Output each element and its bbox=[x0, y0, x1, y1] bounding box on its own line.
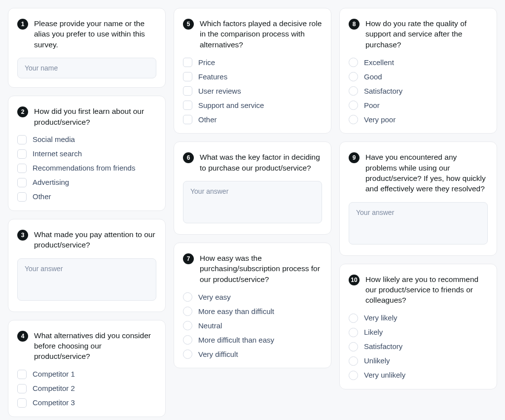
column-3: 8How do you rate the quality of support … bbox=[339, 8, 497, 417]
radio-option[interactable]: Very poor bbox=[349, 115, 488, 124]
radio-control[interactable] bbox=[183, 321, 192, 330]
options-list: Very easyMore easy than difficultNeutral… bbox=[183, 292, 322, 359]
option-label: Internet search bbox=[33, 149, 82, 158]
question-title: How likely are you to recommend our prod… bbox=[365, 274, 488, 306]
question-number-badge: 5 bbox=[183, 19, 194, 30]
radio-control[interactable] bbox=[183, 307, 192, 316]
option-label: Satisfactory bbox=[364, 342, 402, 351]
option-label: Competitor 2 bbox=[33, 384, 75, 393]
option-label: Unlikely bbox=[364, 356, 390, 365]
checkbox-control[interactable] bbox=[183, 115, 192, 124]
radio-control[interactable] bbox=[183, 350, 192, 359]
radio-option[interactable]: Very likely bbox=[349, 314, 488, 323]
radio-option[interactable]: Neutral bbox=[183, 321, 322, 330]
radio-control[interactable] bbox=[349, 86, 358, 96]
checkbox-control[interactable] bbox=[17, 192, 27, 202]
options-list: PriceFeaturesUser reviewsSupport and ser… bbox=[183, 58, 322, 124]
radio-option[interactable]: Poor bbox=[349, 101, 488, 110]
radio-option[interactable]: Unlikely bbox=[349, 356, 488, 366]
question-number-badge: 2 bbox=[17, 106, 28, 117]
checkbox-option[interactable]: Competitor 1 bbox=[17, 370, 156, 379]
question-header: 7How easy was the purchasing/subscriptio… bbox=[183, 253, 322, 284]
question-number-badge: 10 bbox=[349, 275, 360, 285]
option-label: Poor bbox=[364, 101, 380, 110]
question-number-badge: 9 bbox=[349, 152, 360, 163]
radio-control[interactable] bbox=[349, 342, 358, 351]
checkbox-option[interactable]: Competitor 2 bbox=[17, 384, 156, 393]
checkbox-control[interactable] bbox=[183, 86, 192, 96]
checkbox-option[interactable]: Features bbox=[183, 72, 322, 81]
checkbox-control[interactable] bbox=[183, 72, 192, 81]
question-number-badge: 4 bbox=[17, 331, 28, 342]
textarea-input[interactable] bbox=[349, 202, 488, 245]
question-title: How do you rate the quality of support a… bbox=[365, 18, 488, 50]
option-label: Excellent bbox=[364, 58, 394, 67]
radio-control[interactable] bbox=[183, 335, 192, 345]
checkbox-control[interactable] bbox=[17, 370, 27, 379]
checkbox-option[interactable]: Support and service bbox=[183, 101, 322, 110]
checkbox-control[interactable] bbox=[183, 101, 192, 110]
question-title: What made you pay attention to our produ… bbox=[34, 229, 156, 250]
question-header: 10How likely are you to recommend our pr… bbox=[349, 274, 488, 306]
options-list: Social mediaInternet searchRecommendatio… bbox=[17, 135, 156, 202]
radio-control[interactable] bbox=[349, 72, 358, 81]
checkbox-option[interactable]: Recommendations from friends bbox=[17, 164, 156, 173]
radio-option[interactable]: Satisfactory bbox=[349, 86, 488, 96]
question-number-badge: 3 bbox=[17, 230, 28, 241]
checkbox-option[interactable]: Price bbox=[183, 58, 322, 67]
textarea-input[interactable] bbox=[17, 258, 156, 301]
option-label: Other bbox=[198, 115, 217, 124]
checkbox-option[interactable]: Other bbox=[17, 192, 156, 202]
radio-control[interactable] bbox=[349, 58, 358, 67]
checkbox-option[interactable]: Social media bbox=[17, 135, 156, 144]
radio-control[interactable] bbox=[349, 371, 358, 380]
checkbox-option[interactable]: User reviews bbox=[183, 86, 322, 96]
radio-control[interactable] bbox=[349, 314, 358, 323]
question-header: 9Have you encountered any problems while… bbox=[349, 152, 488, 194]
question-card-3: 3What made you pay attention to our prod… bbox=[8, 219, 166, 312]
checkbox-control[interactable] bbox=[17, 384, 27, 393]
question-title: What alternatives did you consider befor… bbox=[34, 330, 156, 362]
radio-option[interactable]: Likely bbox=[349, 328, 488, 337]
radio-option[interactable]: Satisfactory bbox=[349, 342, 488, 351]
option-label: More difficult than easy bbox=[198, 336, 274, 345]
checkbox-option[interactable]: Other bbox=[183, 115, 322, 124]
checkbox-control[interactable] bbox=[17, 164, 27, 173]
question-header: 3What made you pay attention to our prod… bbox=[17, 229, 156, 250]
question-title: How did you first learn about our produc… bbox=[34, 106, 156, 127]
question-card-5: 5Which factors played a decisive role in… bbox=[174, 8, 331, 134]
option-label: Very likely bbox=[364, 314, 397, 322]
radio-option[interactable]: Very easy bbox=[183, 292, 322, 302]
radio-option[interactable]: Excellent bbox=[349, 58, 488, 67]
question-header: 1Please provide your name or the alias y… bbox=[17, 18, 156, 50]
question-card-4: 4What alternatives did you consider befo… bbox=[8, 320, 166, 417]
checkbox-control[interactable] bbox=[17, 135, 27, 144]
checkbox-control[interactable] bbox=[17, 398, 27, 408]
column-1: 1Please provide your name or the alias y… bbox=[8, 8, 166, 417]
checkbox-control[interactable] bbox=[17, 178, 27, 187]
checkbox-control[interactable] bbox=[17, 149, 27, 159]
question-card-8: 8How do you rate the quality of support … bbox=[339, 8, 497, 134]
option-label: Good bbox=[364, 72, 382, 81]
radio-control[interactable] bbox=[349, 328, 358, 337]
radio-control[interactable] bbox=[349, 115, 358, 124]
radio-option[interactable]: Very unlikely bbox=[349, 371, 488, 380]
text-input[interactable] bbox=[17, 58, 156, 78]
checkbox-option[interactable]: Internet search bbox=[17, 149, 156, 159]
radio-control[interactable] bbox=[183, 292, 192, 302]
option-label: Advertising bbox=[33, 178, 69, 187]
textarea-input[interactable] bbox=[183, 181, 322, 223]
question-number-badge: 7 bbox=[183, 253, 194, 264]
radio-option[interactable]: Very difficult bbox=[183, 350, 322, 359]
checkbox-option[interactable]: Competitor 3 bbox=[17, 398, 156, 408]
radio-option[interactable]: More difficult than easy bbox=[183, 335, 322, 345]
radio-control[interactable] bbox=[349, 356, 358, 366]
option-label: Neutral bbox=[198, 321, 222, 330]
checkbox-option[interactable]: Advertising bbox=[17, 178, 156, 187]
radio-option[interactable]: Good bbox=[349, 72, 488, 81]
question-card-1: 1Please provide your name or the alias y… bbox=[8, 8, 166, 88]
option-label: Competitor 3 bbox=[33, 398, 75, 407]
radio-option[interactable]: More easy than difficult bbox=[183, 307, 322, 316]
checkbox-control[interactable] bbox=[183, 58, 192, 67]
radio-control[interactable] bbox=[349, 101, 358, 110]
